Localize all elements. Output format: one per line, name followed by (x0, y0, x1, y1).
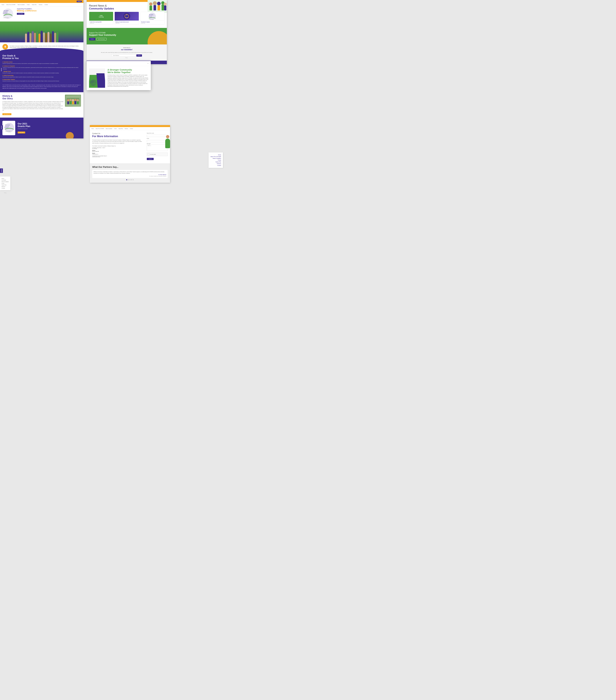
support-join-button[interactable]: Join The Cause (96, 38, 106, 40)
left-nav-home[interactable]: Home (2, 178, 9, 179)
sidebar-right-nav: Home About The CCFOWR News & Updates Fun… (209, 152, 223, 168)
contact-nav-about[interactable]: About The CCFOWR (96, 128, 104, 129)
modal-graphic: The Catholic Community Foundation of Wat… (89, 68, 105, 88)
news-header-image (148, 0, 167, 13)
newsletter-submit-button[interactable]: Submit (136, 54, 142, 57)
partners-title: What Our Partners Say... (92, 166, 168, 168)
svg-point-9 (72, 99, 74, 101)
history-title: History & Our Story (2, 95, 63, 100)
left-nav-partners[interactable]: Partners (2, 186, 9, 187)
svg-text:The Catholic: The Catholic (4, 10, 9, 11)
svg-text:✝: ✝ (126, 14, 127, 16)
news-card-president[interactable]: The Catholic Community Foundation of Wat… (140, 12, 164, 25)
svg-text:Diocese: Diocese (125, 17, 128, 18)
newsletter-privacy-text: Privacy... (89, 58, 164, 58)
news-card-links-meta[interactable]: Read more... (90, 23, 112, 24)
nav-news[interactable]: News & Updates (17, 4, 25, 5)
contact-heading: For More Information (92, 135, 142, 138)
top-donate-bar: Donate (0, 0, 84, 3)
sidebar-nav-funds[interactable]: Funds (211, 159, 221, 161)
goal-4-text: Initiate partnership opportunities relat… (2, 76, 81, 78)
sidebar-nav-partners[interactable]: Partners (211, 163, 221, 165)
contact-nav-yearly[interactable]: Yearly Plan (118, 128, 123, 129)
left-nav-yearly[interactable]: Yearly Plan (2, 184, 9, 186)
captcha-box[interactable]: I'm not a robot (147, 152, 168, 156)
contact-nav-partners[interactable]: Partners (125, 128, 128, 129)
nav-partners[interactable]: Partners (39, 4, 42, 5)
sidebar-nav-news[interactable]: News & Updates (211, 158, 221, 159)
newsletter-title: our newsletter! (89, 49, 164, 51)
goal-item-3: 3. Manage Funds Continue to manage funds… (2, 71, 81, 74)
news-card-bishop[interactable]: ✝ Diocese Bishop Crosby Endorsement Read… (115, 12, 139, 25)
support-section: Support The CCFOWR Support Your Communit… (87, 28, 167, 45)
nav-home[interactable]: Home (2, 4, 4, 5)
modal-text-column: A Stronger Community We're Better Togeth… (108, 68, 148, 88)
goal-3-text: Continue to manage funds for the Catholi… (2, 72, 81, 74)
svg-point-11 (77, 99, 79, 101)
modal-logo-bottom: The Catholic Community Foundation of Wat… (90, 79, 97, 87)
left-nav-funds[interactable]: Funds (2, 183, 9, 184)
grants-learn-more-button[interactable]: Learn More (18, 132, 25, 134)
partners-section: What Our Partners Say... Whether it be e… (90, 163, 170, 183)
captcha-label: I'm not a robot (150, 154, 156, 155)
donate-float-button-1[interactable]: Donate (0, 67, 3, 72)
contact-nav-contact[interactable]: Contact (130, 128, 133, 129)
newsletter-section: Subscribe to our newsletter! We want to … (87, 45, 167, 61)
nav-about[interactable]: About The CCFOWR (7, 4, 15, 5)
goal-item-1: 1. Generate & Invest Continue to generat… (2, 61, 81, 64)
contact-navigation: Home | About The CCFOWR | News & Updates… (90, 127, 170, 130)
svg-text:Foundation: Foundation (3, 13, 7, 14)
modal-org-logo: The Catholic Community Foundation of Wat… (90, 79, 97, 86)
modal-close-button[interactable]: × (147, 62, 149, 65)
svg-text:Foundation: Foundation (90, 83, 93, 84)
svg-text:Community: Community (5, 126, 9, 127)
svg-rect-16 (77, 101, 79, 104)
contact-submit-button[interactable]: Submit (147, 158, 154, 160)
submit-float-button[interactable]: Submit (0, 168, 3, 173)
news-card-bishop-thumb: ✝ Diocese (115, 12, 139, 21)
lady-head (166, 135, 169, 138)
partner-dot-1[interactable] (126, 179, 127, 180)
partner-dot-4[interactable] (131, 179, 132, 180)
partner-dot-2[interactable] (128, 179, 129, 180)
nav-funds[interactable]: Funds (27, 4, 30, 5)
contact-nav-funds[interactable]: Funds (114, 128, 117, 129)
grants-subtitle: DONATE TO A CAUSE (18, 128, 81, 129)
partner-carousel-dots (92, 179, 168, 180)
main-navigation: Home | About The CCFOWR | News & Updates… (0, 3, 84, 7)
nav-contact[interactable]: Contact (45, 4, 48, 5)
contact-nav-home[interactable]: Home (91, 128, 94, 129)
svg-point-8 (70, 99, 72, 101)
news-card-president-label: President's Update (141, 22, 163, 23)
news-card-links-label: Links Fore Learning 2021 (90, 22, 112, 23)
email-value[interactable]: info@ccfowr.ca (92, 154, 142, 155)
newsletter-email-input[interactable] (112, 54, 136, 57)
captcha-checkbox[interactable] (148, 153, 149, 155)
left-nav-contact[interactable]: Contact (2, 187, 9, 189)
sidebar-nav-yearly[interactable]: Yearly Plan (211, 161, 221, 163)
sidebar-nav-contact[interactable]: Contact (211, 165, 221, 166)
svg-rect-13 (70, 101, 71, 104)
donate-float-button-2[interactable]: Donate (0, 125, 3, 129)
partner-dot-5[interactable] (133, 179, 134, 180)
sidebar-nav-home[interactable]: Home (211, 154, 221, 156)
partner-dot-3[interactable] (129, 179, 130, 180)
modal-title: A Stronger Community We're Better Togeth… (108, 68, 148, 74)
contact-nav-news[interactable]: News & Updates (106, 128, 112, 129)
left-nav-ccfowr[interactable]: CCFOWR (2, 179, 9, 181)
news-card-links[interactable]: LinksLearning Links Fore Learning 2021 R… (89, 12, 113, 25)
people-illustration (0, 29, 84, 42)
news-card-president-meta[interactable]: Read more... (141, 23, 163, 24)
sidebar-nav-about[interactable]: About The CCFOWR (211, 156, 221, 158)
hero-banner (0, 22, 84, 42)
hero-learn-more-button[interactable]: Learn More (17, 13, 24, 15)
support-donate-button[interactable]: Donate (89, 38, 95, 40)
top-donate-button[interactable]: Donate (77, 1, 82, 2)
left-nav-news[interactable]: News & Updates (2, 181, 9, 183)
support-pre-title: Support The CCFOWR (89, 32, 164, 34)
nav-sep-1: | (5, 4, 5, 5)
nav-yearly[interactable]: Yearly Plan (32, 4, 37, 5)
news-card-bishop-meta[interactable]: Read more... (115, 23, 138, 24)
svg-rect-29 (153, 5, 156, 10)
more-about-button[interactable]: More About Us (2, 113, 11, 115)
